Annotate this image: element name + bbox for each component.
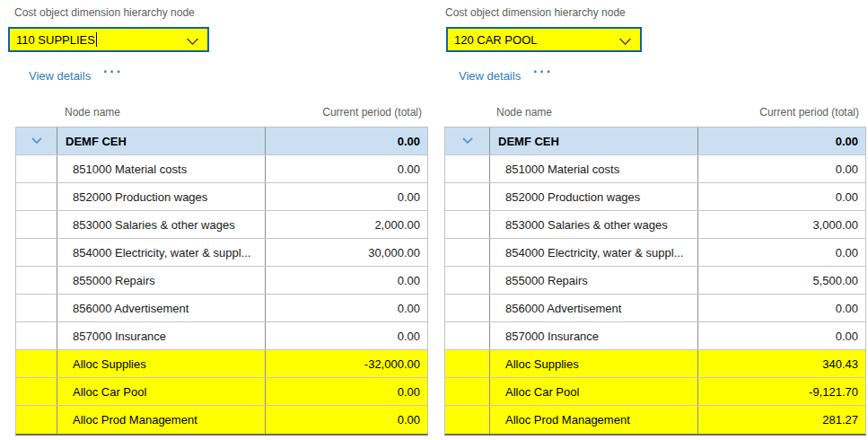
toggle-cell xyxy=(16,350,57,377)
toggle-cell xyxy=(16,267,57,294)
period-total-cell: 0.00 xyxy=(266,406,427,434)
grid-row-alloc[interactable]: Alloc Car Pool 0.00 xyxy=(16,378,427,406)
view-details-link[interactable]: View details xyxy=(29,69,91,83)
node-name-cell: Alloc Car Pool xyxy=(490,378,698,405)
node-name-cell: 851000 Material costs xyxy=(490,155,698,182)
period-total-cell: 0.00 xyxy=(266,128,427,154)
node-name-cell: Alloc Car Pool xyxy=(57,378,266,405)
more-options-button[interactable]: ··· xyxy=(103,64,123,80)
node-name-cell: 855000 Repairs xyxy=(490,267,698,294)
grid-row[interactable]: 854000 Electricity, water & suppl... 0.0… xyxy=(445,239,865,267)
node-name-cell: Alloc Supplies xyxy=(57,350,266,377)
period-total-cell: 340.43 xyxy=(698,350,865,377)
hierarchy-node-dropdown[interactable]: 120 CAR POOL xyxy=(446,27,642,52)
dropdown-value: 110 SUPPLIES xyxy=(16,33,95,47)
toggle-cell xyxy=(445,211,490,238)
field-label: Cost object dimension hierarchy node xyxy=(14,6,195,19)
grid-row[interactable]: 855000 Repairs 0.00 xyxy=(16,267,427,295)
view-details-link[interactable]: View details xyxy=(459,69,521,83)
grid-row-alloc[interactable]: Alloc Car Pool -9,121.70 xyxy=(445,378,865,406)
toggle-cell xyxy=(445,378,490,405)
field-label: Cost object dimension hierarchy node xyxy=(445,6,626,19)
toggle-cell xyxy=(445,239,490,266)
toggle-cell xyxy=(16,211,57,238)
node-name-cell: Alloc Prod Management xyxy=(57,406,266,434)
period-total-cell: 2,000.00 xyxy=(266,211,427,238)
period-total-cell: -32,000.00 xyxy=(266,350,427,377)
chevron-down-icon xyxy=(618,38,632,46)
node-name-cell: 857000 Insurance xyxy=(490,322,698,349)
grid-row[interactable]: 851000 Material costs 0.00 xyxy=(445,155,865,183)
expand-toggle[interactable] xyxy=(445,128,490,154)
node-name-cell: Alloc Prod Management xyxy=(490,406,698,434)
hierarchy-grid: DEMF CEH 0.00 851000 Material costs 0.00… xyxy=(444,127,866,436)
period-total-cell: 0.00 xyxy=(266,183,427,210)
grid-column-headers: Node name Current period (total) xyxy=(437,106,866,120)
grid-row[interactable]: 856000 Advertisement 0.00 xyxy=(16,295,427,322)
period-total-cell: 0.00 xyxy=(266,155,427,182)
period-total-cell: 0.00 xyxy=(698,155,865,182)
grid-row[interactable]: 856000 Advertisement 0.00 xyxy=(445,295,865,322)
toggle-cell xyxy=(16,378,57,405)
period-total-cell: 0.00 xyxy=(266,267,427,294)
period-total-cell: 0.00 xyxy=(698,183,865,210)
hierarchy-grid: DEMF CEH 0.00 851000 Material costs 0.00… xyxy=(15,127,428,436)
hierarchy-node-dropdown[interactable]: 110 SUPPLIES xyxy=(8,27,209,52)
grid-row[interactable]: 851000 Material costs 0.00 xyxy=(16,155,427,183)
node-name-cell: 856000 Advertisement xyxy=(57,295,266,321)
grid-row-alloc[interactable]: Alloc Supplies -32,000.00 xyxy=(16,350,427,378)
toggle-cell xyxy=(16,322,57,349)
column-header-node-name[interactable]: Node name xyxy=(65,106,120,119)
column-header-node-name[interactable]: Node name xyxy=(496,106,552,119)
column-header-current-period[interactable]: Current period (total) xyxy=(759,106,859,119)
grid-row-alloc[interactable]: Alloc Prod Management 0.00 xyxy=(16,406,427,434)
toggle-cell xyxy=(445,350,490,377)
node-name-cell: DEMF CEH xyxy=(57,128,266,154)
grid-row-alloc[interactable]: Alloc Prod Management 281.27 xyxy=(445,406,865,434)
toggle-cell xyxy=(16,295,57,321)
node-name-cell: 853000 Salaries & other wages xyxy=(490,211,698,238)
period-total-cell: 3,000.00 xyxy=(698,211,865,238)
period-total-cell: 0.00 xyxy=(266,322,427,349)
toggle-cell xyxy=(445,183,490,210)
expand-toggle[interactable] xyxy=(16,128,57,154)
grid-row[interactable]: 857000 Insurance 0.00 xyxy=(16,322,427,350)
grid-row-parent[interactable]: DEMF CEH 0.00 xyxy=(16,128,427,155)
more-options-button[interactable]: ··· xyxy=(533,64,553,80)
grid-row[interactable]: 853000 Salaries & other wages 2,000.00 xyxy=(16,211,427,239)
node-name-cell: 851000 Material costs xyxy=(57,155,266,182)
grid-row-alloc[interactable]: Alloc Supplies 340.43 xyxy=(445,350,865,378)
node-name-cell: 852000 Production wages xyxy=(57,183,266,210)
chevron-down-icon xyxy=(31,137,42,145)
grid-row[interactable]: 852000 Production wages 0.00 xyxy=(16,183,427,211)
node-name-cell: 852000 Production wages xyxy=(490,183,698,210)
chevron-down-icon xyxy=(186,38,199,46)
grid-row[interactable]: 857000 Insurance 0.00 xyxy=(445,322,865,350)
chevron-down-icon xyxy=(462,137,473,145)
toggle-cell xyxy=(16,239,57,266)
period-total-cell: 30,000.00 xyxy=(266,239,427,266)
cost-node-panel-supplies: Cost object dimension hierarchy node 110… xyxy=(7,0,429,440)
grid-row[interactable]: 855000 Repairs 5,500.00 xyxy=(445,267,865,295)
grid-row[interactable]: 853000 Salaries & other wages 3,000.00 xyxy=(445,211,865,239)
grid-row-parent[interactable]: DEMF CEH 0.00 xyxy=(445,128,865,155)
node-name-cell: 854000 Electricity, water & suppl... xyxy=(57,239,266,266)
grid-row[interactable]: 852000 Production wages 0.00 xyxy=(445,183,865,211)
period-total-cell: 5,500.00 xyxy=(698,267,865,294)
text-cursor xyxy=(96,32,97,47)
column-header-current-period[interactable]: Current period (total) xyxy=(322,106,422,119)
period-total-cell: 281.27 xyxy=(698,406,865,434)
period-total-cell: 0.00 xyxy=(266,295,427,321)
node-name-cell: 853000 Salaries & other wages xyxy=(57,211,266,238)
dropdown-value: 120 CAR POOL xyxy=(454,33,538,47)
grid-row[interactable]: 854000 Electricity, water & suppl... 30,… xyxy=(16,239,427,267)
cost-node-panel-car-pool: Cost object dimension hierarchy node 120… xyxy=(437,0,866,440)
toggle-cell xyxy=(16,183,57,210)
node-name-cell: 855000 Repairs xyxy=(57,267,266,294)
node-name-cell: DEMF CEH xyxy=(490,128,698,154)
period-total-cell: 0.00 xyxy=(698,295,865,321)
toggle-cell xyxy=(445,155,490,182)
period-total-cell: 0.00 xyxy=(266,378,427,405)
toggle-cell xyxy=(16,155,57,182)
period-total-cell: 0.00 xyxy=(698,239,865,266)
